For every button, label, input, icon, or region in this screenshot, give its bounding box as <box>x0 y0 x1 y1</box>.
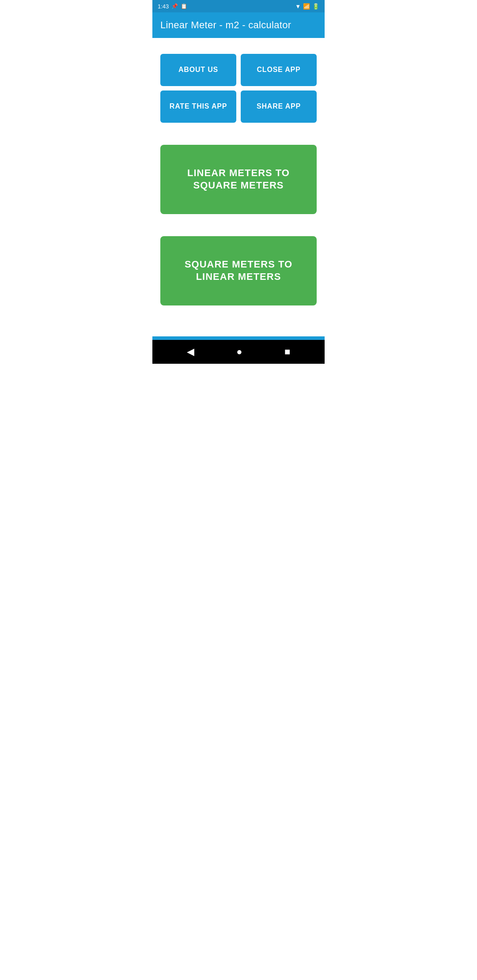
status-time-area: 1:43 📌 📋 <box>158 3 187 10</box>
status-icons-area: ▼ 📶 🔋 <box>295 3 319 10</box>
recent-apps-button[interactable]: ■ <box>277 343 297 361</box>
ad-banner <box>152 336 325 340</box>
square-to-linear-button[interactable]: SQUARE METERS TO LINEAR METERS <box>160 236 317 305</box>
bottom-nav: ◀ ● ■ <box>152 340 325 364</box>
rate-this-app-button[interactable]: RATE THIS APP <box>160 90 236 123</box>
sim-icon: 📋 <box>181 3 187 9</box>
main-content: ABOUT US CLOSE APP RATE THIS APP SHARE A… <box>152 38 325 336</box>
linear-to-square-button[interactable]: LINEAR METERS TO SQUARE METERS <box>160 145 317 214</box>
pin-icon: 📌 <box>171 3 178 9</box>
close-app-button[interactable]: CLOSE APP <box>241 54 317 86</box>
home-button[interactable]: ● <box>229 343 249 361</box>
signal-icon: 📶 <box>303 3 310 10</box>
wifi-icon: ▼ <box>295 3 301 10</box>
about-us-button[interactable]: ABOUT US <box>160 54 236 86</box>
top-button-grid: ABOUT US CLOSE APP RATE THIS APP SHARE A… <box>160 54 317 123</box>
app-bar: Linear Meter - m2 - calculator <box>152 12 325 38</box>
share-app-button[interactable]: SHARE APP <box>241 90 317 123</box>
linear-to-square-wrapper: LINEAR METERS TO SQUARE METERS <box>160 145 317 214</box>
square-to-linear-wrapper: SQUARE METERS TO LINEAR METERS <box>160 236 317 305</box>
app-title: Linear Meter - m2 - calculator <box>160 19 291 31</box>
battery-icon: 🔋 <box>312 3 319 10</box>
status-bar: 1:43 📌 📋 ▼ 📶 🔋 <box>152 0 325 12</box>
status-time: 1:43 <box>158 3 169 10</box>
back-button[interactable]: ◀ <box>180 343 201 361</box>
